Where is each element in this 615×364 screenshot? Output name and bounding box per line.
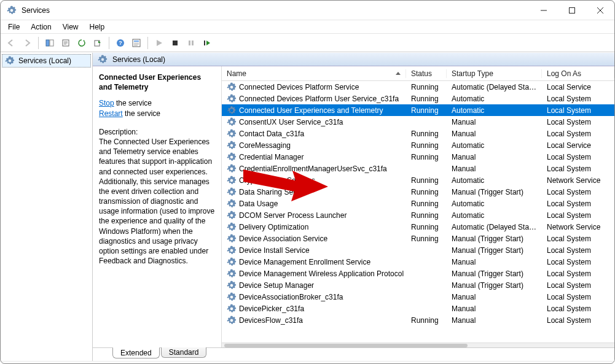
table-row[interactable]: DCOM Server Process LauncherRunningAutom… [222,209,614,221]
service-name: Connected Devices Platform User Service_… [239,95,399,103]
service-startup-type: Automatic [447,211,542,220]
gear-icon [227,129,237,139]
gear-icon [227,94,237,104]
col-header-log-on-as[interactable]: Log On As [542,69,614,78]
table-row[interactable]: Device Management Enrollment ServiceManu… [222,256,614,268]
tab-standard[interactable]: Standard [161,347,207,358]
description-text: The Connected User Experiences and Telem… [99,137,215,266]
table-row[interactable]: Connected User Experiences and Telemetry… [222,104,614,116]
service-name: Delivery Optimization [239,223,308,231]
col-header-name[interactable]: Name [222,69,406,78]
table-row[interactable]: DeviceAssociationBroker_c31faManualLocal… [222,291,614,303]
table-row[interactable]: CredentialEnrollmentManagerUserSvc_c31fa… [222,163,614,174]
service-startup-type: Automatic (Delayed Start... [447,223,542,231]
service-name: Connected Devices Platform Service [239,83,359,91]
service-name: DevicesFlow_c31fa [239,316,303,325]
minimize-button[interactable] [530,1,558,20]
gear-icon [227,246,237,255]
table-row[interactable]: DevicesFlow_c31faRunningManualLocal Syst… [222,314,614,326]
menu-action[interactable]: Action [26,21,56,33]
table-row[interactable]: Credential ManagerRunningManualLocal Sys… [222,151,614,163]
show-hide-tree-button[interactable] [43,36,57,50]
pause-service-button[interactable] [184,36,198,50]
service-log-on-as: Local System [542,188,614,196]
service-startup-type: Manual (Trigger Start) [447,281,542,290]
service-status: Running [406,141,447,150]
service-startup-type: Manual [447,316,542,325]
service-log-on-as: Local System [542,130,614,138]
table-row[interactable]: Data UsageRunningAutomaticLocal System [222,198,614,209]
service-startup-type: Automatic [447,176,542,185]
horizontal-scrollbar[interactable] [222,343,614,347]
service-name: Device Install Service [239,246,310,255]
stop-link[interactable]: Stop [99,99,114,107]
table-row[interactable]: Connected Devices Platform ServiceRunnin… [222,81,614,93]
title-bar: Services [1,1,614,20]
service-log-on-as: Local Service [542,83,614,91]
body: Services (Local) Services (Local) Connec… [1,52,614,361]
svg-rect-12 [204,41,205,45]
table-row[interactable]: DevicePicker_c31faManualLocal System [222,303,614,314]
gear-icon [227,152,237,162]
service-name: DCOM Server Process Launcher [239,211,347,220]
restart-service-button[interactable] [200,36,214,50]
content-header: Services (Local) [93,53,614,66]
stop-service-line: Stop the service [99,98,215,108]
table-body[interactable]: Connected Devices Platform ServiceRunnin… [222,81,614,343]
stop-service-button[interactable] [168,36,182,50]
forward-button[interactable] [20,36,34,50]
service-log-on-as: Local System [542,106,614,115]
service-name: Credential Manager [239,153,304,161]
table-row[interactable]: CoreMessagingRunningAutomaticLocal Servi… [222,139,614,151]
col-header-status[interactable]: Status [406,69,447,78]
tree-root-label: Services (Local) [18,56,71,65]
services-table: Name Status Startup Type Log On As Conne… [222,66,614,347]
table-row[interactable]: Cryptographic ServicesRunningAutomaticNe… [222,174,614,186]
service-status: Running [406,176,447,185]
table-row[interactable]: Contact Data_c31faRunningManualLocal Sys… [222,128,614,139]
start-service-button[interactable] [152,36,166,50]
back-button[interactable] [4,36,18,50]
gear-icon [227,281,237,290]
service-log-on-as: Local System [542,293,614,301]
scrollbar-thumb[interactable] [224,344,468,347]
gear-icon [227,234,237,244]
maximize-button[interactable] [558,1,586,20]
menu-file[interactable]: File [3,21,25,33]
close-button[interactable] [586,1,614,20]
description-label: Description: [99,127,215,137]
service-startup-type: Manual (Trigger Start) [447,188,542,196]
properties-large-icon[interactable] [130,36,143,50]
table-row[interactable]: ConsentUX User Service_c31faManualLocal … [222,116,614,128]
gear-icon [227,269,237,279]
restart-link[interactable]: Restart [99,109,123,118]
refresh-button[interactable] [75,36,88,50]
svg-rect-0 [570,7,575,13]
export-button[interactable] [91,36,104,50]
svg-rect-8 [134,41,139,42]
tree-root-item[interactable]: Services (Local) [2,54,91,68]
tab-extended[interactable]: Extended [112,347,160,358]
table-header: Name Status Startup Type Log On As [222,66,614,81]
table-row[interactable]: Device Install ServiceManual (Trigger St… [222,244,614,256]
menu-view[interactable]: View [58,21,84,33]
table-row[interactable]: Device Management Wireless Application P… [222,268,614,279]
col-header-startup-type[interactable]: Startup Type [447,69,542,78]
restart-suffix: the service [123,109,160,118]
service-status: Running [406,130,447,138]
table-row[interactable]: Delivery OptimizationRunningAutomatic (D… [222,221,614,233]
help-button[interactable]: ? [114,36,127,50]
separator [38,37,39,49]
separator [109,37,109,49]
sort-ascending-icon [396,72,401,75]
gear-icon [227,82,237,92]
menu-help[interactable]: Help [85,21,110,33]
restart-service-line: Restart the service [99,109,215,118]
service-startup-type: Automatic [447,95,542,103]
table-row[interactable]: Device Association ServiceRunningManual … [222,233,614,244]
table-row[interactable]: Device Setup ManagerManual (Trigger Star… [222,279,614,291]
properties-button[interactable] [59,36,72,50]
window-title: Services [22,6,530,15]
table-row[interactable]: Data Sharing ServiceRunningManual (Trigg… [222,186,614,198]
table-row[interactable]: Connected Devices Platform User Service_… [222,93,614,104]
